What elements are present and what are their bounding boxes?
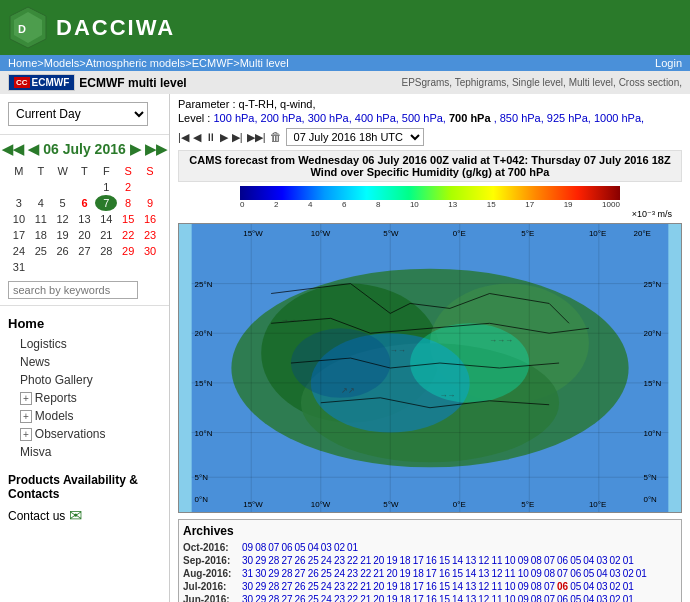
list-item[interactable]: 28 <box>281 568 292 579</box>
list-item[interactable]: 05 <box>583 568 594 579</box>
list-item[interactable]: 03 <box>610 568 621 579</box>
list-item[interactable]: 23 <box>334 555 345 566</box>
list-item[interactable]: 25 <box>308 555 319 566</box>
list-item[interactable] <box>74 259 96 275</box>
list-item[interactable]: 08 <box>544 568 555 579</box>
list-item[interactable]: 22 <box>360 568 371 579</box>
list-item[interactable]: 25 <box>30 243 52 259</box>
list-item[interactable]: 30 <box>255 568 266 579</box>
list-item[interactable]: 29 <box>255 581 266 592</box>
list-item[interactable]: 27 <box>295 568 306 579</box>
list-item[interactable]: 11 <box>30 211 52 227</box>
list-item[interactable]: 12 <box>478 594 489 602</box>
list-item[interactable]: 16 <box>439 568 450 579</box>
list-item[interactable]: 18 <box>400 581 411 592</box>
list-item[interactable]: 05 <box>570 555 581 566</box>
cal-next-next-btn[interactable]: ▶▶ <box>145 141 167 157</box>
level-bold[interactable]: 700 hPa <box>449 112 491 124</box>
list-item[interactable]: 20 <box>74 227 96 243</box>
list-item[interactable]: 26 <box>52 243 74 259</box>
list-item[interactable]: 17 <box>426 568 437 579</box>
list-item[interactable]: 19 <box>386 594 397 602</box>
list-item[interactable]: 22 <box>347 555 358 566</box>
list-item[interactable]: 05 <box>295 542 306 553</box>
pb-next-btn[interactable]: ▶| <box>232 131 243 144</box>
list-item[interactable]: 03 <box>596 594 607 602</box>
search-input[interactable] <box>8 281 138 299</box>
list-item[interactable]: 31 <box>242 568 253 579</box>
list-item[interactable]: 06 <box>557 594 568 602</box>
list-item[interactable]: 06 <box>281 542 292 553</box>
list-item[interactable]: 18 <box>413 568 424 579</box>
list-item[interactable]: 30 <box>242 555 253 566</box>
list-item[interactable]: 07 <box>544 594 555 602</box>
list-item[interactable]: 09 <box>518 555 529 566</box>
list-item[interactable]: 21 <box>360 594 371 602</box>
list-item[interactable]: 7 <box>95 195 117 211</box>
list-item[interactable]: 09 <box>531 568 542 579</box>
list-item[interactable]: 08 <box>531 594 542 602</box>
list-item[interactable]: 06 <box>557 581 568 592</box>
list-item[interactable]: 12 <box>478 581 489 592</box>
list-item[interactable]: 28 <box>268 594 279 602</box>
list-item[interactable] <box>52 179 74 195</box>
list-item[interactable]: 18 <box>30 227 52 243</box>
list-item[interactable] <box>30 259 52 275</box>
level-after[interactable]: , 850 hPa, 925 hPa, 1000 hPa, <box>494 112 644 124</box>
list-item[interactable]: 01 <box>623 581 634 592</box>
list-item[interactable]: 20 <box>373 594 384 602</box>
list-item[interactable]: 2 <box>117 179 139 195</box>
list-item[interactable]: 19 <box>400 568 411 579</box>
list-item[interactable]: 16 <box>426 581 437 592</box>
list-item[interactable]: 23 <box>347 568 358 579</box>
list-item[interactable]: 02 <box>610 581 621 592</box>
list-item[interactable]: 14 <box>452 594 463 602</box>
utc-selector[interactable]: 07 July 2016 18h UTC <box>286 128 424 146</box>
list-item[interactable]: 13 <box>465 555 476 566</box>
list-item[interactable] <box>30 179 52 195</box>
list-item[interactable]: 14 <box>95 211 117 227</box>
list-item[interactable]: 19 <box>52 227 74 243</box>
list-item[interactable] <box>117 259 139 275</box>
list-item[interactable]: 29 <box>255 555 266 566</box>
list-item[interactable]: 10 <box>505 581 516 592</box>
pb-first-btn[interactable]: |◀ <box>178 131 189 144</box>
list-item[interactable]: 30 <box>242 581 253 592</box>
list-item[interactable]: 07 <box>557 568 568 579</box>
list-item[interactable]: 01 <box>636 568 647 579</box>
list-item[interactable]: 8 <box>117 195 139 211</box>
list-item[interactable]: 06 <box>570 568 581 579</box>
list-item[interactable]: 27 <box>74 243 96 259</box>
list-item[interactable]: 03 <box>596 555 607 566</box>
list-item[interactable]: 14 <box>452 555 463 566</box>
list-item[interactable]: 15 <box>439 594 450 602</box>
sidebar-item-photo-gallery[interactable]: Photo Gallery <box>8 371 161 389</box>
list-item[interactable]: 23 <box>334 581 345 592</box>
list-item[interactable]: 22 <box>117 227 139 243</box>
list-item[interactable]: 24 <box>334 568 345 579</box>
list-item[interactable]: 21 <box>373 568 384 579</box>
list-item[interactable]: 16 <box>139 211 161 227</box>
list-item[interactable]: 03 <box>321 542 332 553</box>
list-item[interactable]: 24 <box>321 581 332 592</box>
list-item[interactable]: 20 <box>373 581 384 592</box>
list-item[interactable]: 24 <box>321 555 332 566</box>
list-item[interactable]: 23 <box>139 227 161 243</box>
list-item[interactable]: 22 <box>347 581 358 592</box>
list-item[interactable]: 17 <box>413 581 424 592</box>
list-item[interactable]: 26 <box>295 555 306 566</box>
list-item[interactable]: 15 <box>117 211 139 227</box>
list-item[interactable]: 15 <box>452 568 463 579</box>
list-item[interactable]: 02 <box>623 568 634 579</box>
list-item[interactable]: 08 <box>531 581 542 592</box>
list-item[interactable]: 20 <box>386 568 397 579</box>
list-item[interactable]: 13 <box>478 568 489 579</box>
list-item[interactable]: 20 <box>373 555 384 566</box>
list-item[interactable]: 25 <box>321 568 332 579</box>
list-item[interactable]: 04 <box>308 542 319 553</box>
list-item[interactable]: 26 <box>295 594 306 602</box>
list-item[interactable]: 01 <box>347 542 358 553</box>
list-item[interactable]: 21 <box>360 581 371 592</box>
list-item[interactable]: 15 <box>439 555 450 566</box>
list-item[interactable]: 19 <box>386 581 397 592</box>
